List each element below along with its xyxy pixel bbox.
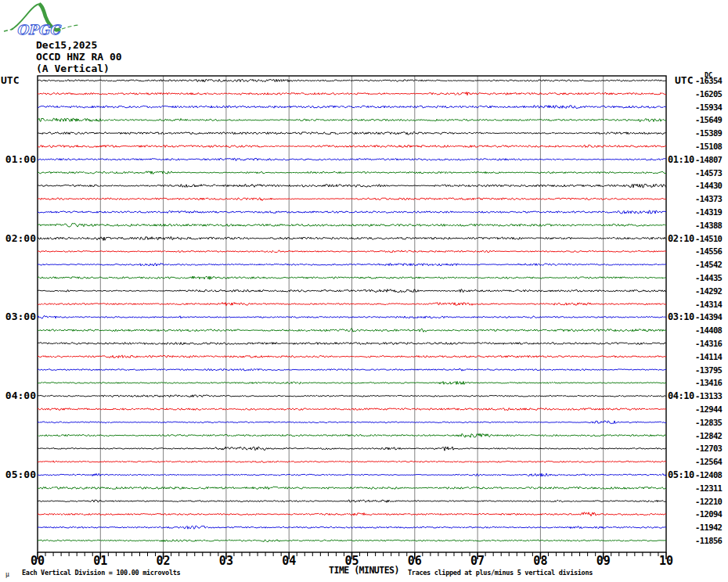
x-tick-label: 00: [22, 555, 53, 567]
dc-value: -15108: [695, 142, 722, 151]
dc-value: -14408: [695, 326, 722, 335]
dc-value: -14316: [695, 340, 722, 348]
dc-value: -12408: [695, 471, 722, 480]
dc-value: -15934: [695, 103, 722, 112]
dc-value: -12210: [695, 498, 722, 506]
dc-value: -14542: [695, 260, 722, 269]
hour-label-left: 03:00: [0, 311, 36, 322]
dc-value: -14314: [695, 300, 722, 309]
dc-value: -12842: [695, 432, 722, 440]
dc-value: -12311: [695, 484, 722, 493]
x-tick-label: 04: [273, 555, 305, 567]
dc-value: -15649: [695, 116, 722, 124]
hour-label-left: 01:00: [0, 154, 36, 165]
hour-label-left: 02:00: [0, 233, 36, 244]
dc-value: -14573: [695, 169, 722, 178]
hour-label-right: 01:10: [668, 154, 694, 165]
x-tick-label: 06: [399, 555, 431, 567]
dc-value: -14114: [695, 353, 722, 361]
dc-value: -11942: [695, 523, 722, 532]
dc-value: -11856: [695, 537, 722, 545]
x-tick-label: 03: [211, 555, 242, 567]
dc-value: -16205: [695, 90, 722, 99]
dc-value: -14430: [695, 181, 722, 190]
dc-value: -14556: [695, 247, 722, 256]
dc-value: -14394: [695, 313, 722, 322]
dc-value: -14319: [695, 208, 722, 217]
x-tick-label: 05: [337, 555, 368, 567]
clip-note: Traces clipped at plus/minus 5 vertical …: [408, 569, 593, 577]
helicorder-plot: [0, 0, 728, 582]
webicorder-page: OPGC Dec15,2025 OCCD HNZ RA 00 (A Vertic…: [0, 0, 728, 582]
dc-value: -13795: [695, 366, 722, 375]
hour-label-right: 02:10: [668, 233, 694, 244]
dc-value: -12564: [695, 458, 722, 466]
dc-value: -12835: [695, 419, 722, 427]
dc-value: -14435: [695, 274, 722, 282]
hour-label-right: 03:10: [668, 311, 694, 322]
dc-value: -12094: [695, 510, 722, 519]
dc-value: -12703: [695, 444, 722, 453]
dc-value: -14388: [695, 221, 722, 230]
x-tick-label: 08: [524, 555, 556, 567]
x-tick-label: 07: [462, 555, 493, 567]
dc-value: -16354: [695, 77, 722, 85]
scale-note: Each Vertical Division = 100.00 microvol…: [22, 569, 180, 577]
dc-value: -14292: [695, 287, 722, 296]
dc-value: -13133: [695, 392, 722, 401]
hour-label-right: 04:10: [668, 390, 694, 401]
dc-value: -15389: [695, 129, 722, 138]
x-tick-label: 10: [651, 555, 682, 567]
x-tick-label: 01: [85, 555, 116, 567]
hour-label-left: 05:00: [0, 469, 36, 480]
dc-value: -14373: [695, 195, 722, 203]
hour-label-right: 05:10: [668, 469, 694, 480]
dc-value: -14510: [695, 235, 722, 243]
micro-glyph: μ: [5, 571, 9, 578]
x-tick-label: 02: [148, 555, 179, 567]
dc-value: -14807: [695, 156, 722, 164]
dc-value: -12944: [695, 405, 722, 414]
x-tick-label: 09: [588, 555, 619, 567]
hour-label-left: 04:00: [0, 390, 36, 401]
dc-value: -13416: [695, 379, 722, 387]
